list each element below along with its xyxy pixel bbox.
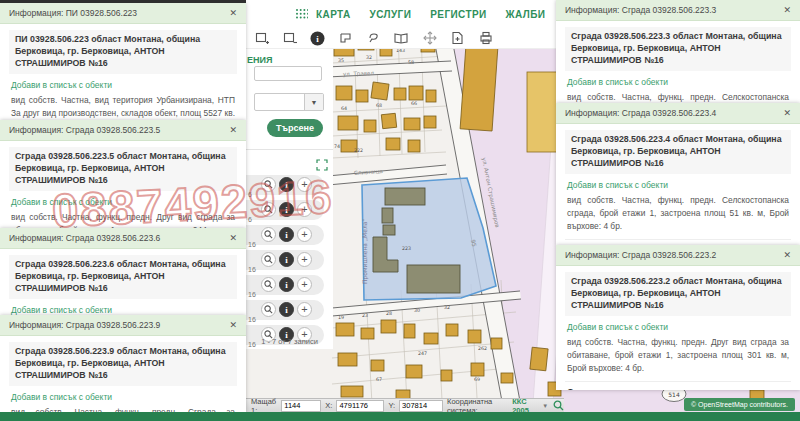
expand-results-icon[interactable] bbox=[316, 157, 328, 169]
svg-text:35: 35 bbox=[338, 58, 344, 63]
info-panel-bld-223-2: Информация: Сграда 03928.506.223.2 ✕ Сгр… bbox=[556, 245, 800, 390]
info-tool-icon[interactable]: i bbox=[310, 31, 325, 46]
svg-text:19: 19 bbox=[338, 315, 344, 320]
bottom-green-bar bbox=[0, 412, 800, 421]
object-title: Сграда 03928.506.223.3 област Монтана, о… bbox=[565, 27, 791, 71]
nav-item-uslugi[interactable]: УСЛУГИ bbox=[370, 9, 412, 20]
add-to-list-link[interactable]: Добави в списък с обекти bbox=[567, 322, 791, 332]
svg-text:32: 32 bbox=[366, 55, 372, 60]
svg-text:69: 69 bbox=[474, 377, 480, 382]
y-label: Y: bbox=[388, 401, 395, 410]
info-icon[interactable]: i bbox=[279, 252, 294, 267]
object-title: Сграда 03928.506.223.2 област Монтана, о… bbox=[565, 272, 791, 316]
close-icon[interactable]: ✕ bbox=[229, 233, 237, 243]
print-icon[interactable] bbox=[478, 31, 493, 46]
apps-grid-icon[interactable] bbox=[294, 7, 309, 22]
info-panel-bld-223-6: Информация: Сграда 03928.506.223.6 ✕ Сгр… bbox=[0, 228, 246, 315]
zoom-to-icon[interactable] bbox=[261, 302, 276, 317]
close-icon[interactable]: ✕ bbox=[783, 5, 791, 15]
info-icon[interactable]: i bbox=[279, 202, 294, 217]
parcel-name-label: Промишлена „Мела“ bbox=[361, 218, 369, 284]
add-icon[interactable]: + bbox=[297, 302, 312, 317]
x-label: X: bbox=[325, 401, 332, 410]
search-type-select[interactable]: ▼ bbox=[254, 93, 324, 111]
svg-text:67: 67 bbox=[376, 377, 382, 382]
add-to-list-link[interactable]: Добави в списък с обекти bbox=[11, 392, 237, 402]
svg-text:32: 32 bbox=[444, 305, 450, 310]
panel-header: Информация: Сграда 03928.506.223.6 ✕ bbox=[0, 228, 246, 249]
select-rect-subtract-icon[interactable] bbox=[282, 31, 297, 46]
object-attributes: вид собств. Частна, функц. предн. Друг в… bbox=[565, 336, 791, 375]
object-title: Сграда 03928.506.223.9 област Монтана, о… bbox=[9, 342, 237, 386]
object-title: Сграда 03928.506.223.6 област Монтана, о… bbox=[9, 255, 237, 299]
svg-text:23: 23 bbox=[362, 313, 368, 318]
info-icon[interactable]: i bbox=[279, 277, 294, 292]
add-icon[interactable]: + bbox=[297, 252, 312, 267]
panel-header: Информация: Сграда 03928.506.223.4 ✕ bbox=[556, 103, 800, 124]
zoom-to-icon[interactable] bbox=[261, 252, 276, 267]
y-coordinate-input[interactable] bbox=[399, 400, 443, 412]
info-icon[interactable]: i bbox=[279, 302, 294, 317]
object-attributes: вид собств. Частна, вид територия Урбани… bbox=[9, 94, 237, 120]
close-icon[interactable]: ✕ bbox=[229, 320, 237, 330]
map-statusbar: Мащаб 1: X: Y: Координатна система: ККС … bbox=[246, 398, 564, 412]
add-to-list-link[interactable]: Добави в списък с обекти bbox=[11, 80, 237, 90]
info-panel-bld-223-4: Информация: Сграда 03928.506.223.4 ✕ Сгр… bbox=[556, 103, 800, 245]
close-icon[interactable]: ✕ bbox=[783, 250, 791, 260]
add-to-list-link[interactable]: Добави в списък с обекти bbox=[567, 77, 791, 87]
object-attributes: вид собств. Частна, функц. предн. Селско… bbox=[565, 194, 791, 233]
svg-text:58: 58 bbox=[408, 60, 414, 65]
add-icon[interactable]: + bbox=[297, 227, 312, 242]
new-document-icon[interactable] bbox=[450, 31, 465, 46]
info-panel-bld-223-3: Информация: Сграда 03928.506.223.3 ✕ Сгр… bbox=[556, 0, 800, 103]
svg-text:514: 514 bbox=[668, 391, 680, 398]
chevron-down-icon[interactable]: ▼ bbox=[304, 94, 323, 110]
add-to-list-link[interactable]: Добави в списък с обекти bbox=[567, 180, 791, 190]
nav-item-registri[interactable]: РЕГИСТРИ bbox=[430, 9, 486, 20]
select-polygon-icon[interactable] bbox=[338, 31, 353, 46]
close-icon[interactable]: ✕ bbox=[229, 8, 237, 18]
main-order-heading: Основна заповед bbox=[565, 381, 791, 390]
info-icon[interactable]: i bbox=[279, 177, 294, 192]
info-panel-bld-223-5: Информация: Сграда 03928.506.223.5 ✕ Сгр… bbox=[0, 120, 246, 228]
osm-attribution[interactable]: © OpenStreetMap contributors. bbox=[684, 398, 795, 411]
parcel-number-highlight: 223 bbox=[402, 246, 411, 251]
info-icon[interactable]: i bbox=[279, 227, 294, 242]
panel-header: Информация: Сграда 03928.506.223.2 ✕ bbox=[556, 245, 800, 266]
svg-text:74: 74 bbox=[334, 144, 340, 149]
add-icon[interactable]: + bbox=[297, 277, 312, 292]
object-title: Сграда 03928.506.223.5 област Монтана, о… bbox=[9, 147, 237, 191]
top-edge-strip bbox=[0, 0, 246, 3]
object-attributes: вид собств. Частна, функц. предн. Селско… bbox=[565, 91, 791, 103]
panel-header: Информация: Сграда 03928.506.223.5 ✕ bbox=[0, 120, 246, 141]
pan-icon[interactable] bbox=[422, 31, 437, 46]
nav-item-karta[interactable]: КАРТА bbox=[316, 9, 351, 20]
close-icon[interactable]: ✕ bbox=[783, 108, 791, 118]
close-icon[interactable]: ✕ bbox=[229, 125, 237, 135]
x-coordinate-input[interactable] bbox=[336, 400, 384, 412]
zoom-to-icon[interactable] bbox=[261, 227, 276, 242]
zoom-to-icon[interactable] bbox=[261, 277, 276, 292]
svg-text:66: 66 bbox=[411, 101, 417, 106]
add-to-list-link[interactable]: Добави в списък с обекти bbox=[11, 305, 237, 315]
svg-text:28: 28 bbox=[386, 311, 392, 316]
nav-item-zhalbi[interactable]: ЖАЛБИ bbox=[506, 9, 546, 20]
panel-header: Информация: ПИ 03928.506.223 ✕ bbox=[0, 3, 246, 24]
legend-book-icon[interactable] bbox=[394, 31, 409, 46]
info-panel-bld-223-9: Информация: Сграда 03928.506.223.9 ✕ Сгр… bbox=[0, 315, 246, 412]
chevron-down-icon[interactable]: ▼ bbox=[542, 403, 548, 409]
panel-header: Информация: Сграда 03928.506.223.9 ✕ bbox=[0, 315, 246, 336]
scale-input[interactable] bbox=[281, 400, 321, 412]
select-rect-add-icon[interactable] bbox=[254, 31, 269, 46]
coordinate-search-icon[interactable] bbox=[552, 398, 564, 413]
object-attributes: вид собств. Частна, функц. предн. Друг в… bbox=[9, 211, 237, 228]
zoom-to-icon[interactable] bbox=[261, 202, 276, 217]
add-icon[interactable]: + bbox=[297, 202, 312, 217]
select-lasso-icon[interactable] bbox=[366, 31, 381, 46]
add-to-list-link[interactable]: Добави в списък с обекти bbox=[11, 197, 237, 207]
search-input[interactable] bbox=[254, 66, 322, 81]
search-button[interactable]: Търсене bbox=[267, 119, 323, 137]
add-icon[interactable]: + bbox=[297, 177, 312, 192]
zoom-to-icon[interactable] bbox=[261, 177, 276, 192]
svg-text:222: 222 bbox=[354, 148, 363, 153]
